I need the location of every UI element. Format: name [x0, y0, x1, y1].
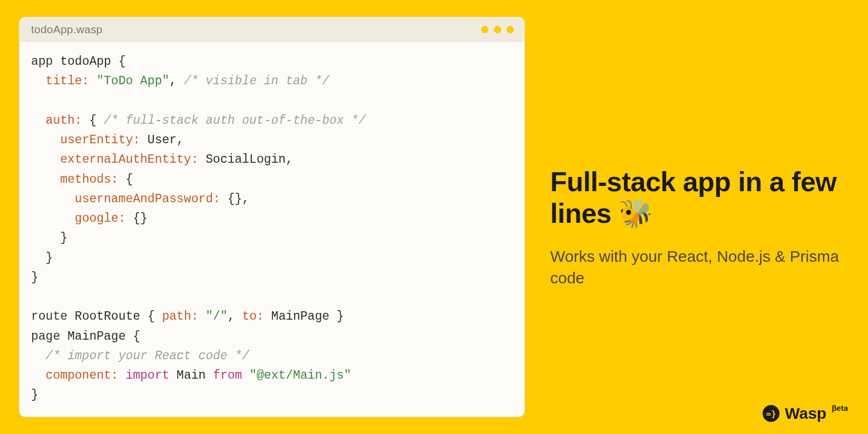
str-path: "/" [206, 310, 227, 323]
brand-name: Wasp [785, 405, 826, 422]
route-name: RootRoute [75, 310, 140, 323]
prop-component: component: [46, 369, 119, 382]
prop-auth: auth: [46, 114, 82, 127]
page-name: MainPage [67, 330, 125, 343]
brand: =} Wasp βeta [763, 405, 848, 422]
brand-badge: βeta [832, 403, 848, 412]
kw-app: app [31, 55, 53, 68]
app-name: todoApp [60, 55, 111, 68]
window-dots [481, 26, 514, 33]
prop-methods: methods: [60, 173, 118, 186]
kw-route: route [31, 310, 67, 323]
titlebar: todoApp.wasp [19, 17, 524, 42]
prop-to: to: [242, 310, 264, 323]
right-panel: Full-stack app in a few lines 🐝 Works wi… [550, 17, 849, 417]
window-dot-icon [494, 26, 501, 33]
str-title: "ToDo App" [96, 74, 169, 88]
val-sociallogin: SocialLogin [206, 153, 286, 166]
prop-usernamepassword: usernameAndPassword: [75, 192, 220, 206]
heading: Full-stack app in a few lines 🐝 [550, 166, 849, 230]
kw-import: import [125, 369, 169, 382]
str-importpath: "@ext/Main.js" [249, 369, 351, 382]
com-import: /* import your React code */ [46, 349, 249, 363]
subheading: Works with your React, Node.js & Prisma … [550, 246, 849, 289]
code-window: todoApp.wasp app todoApp { title: "ToDo … [19, 17, 525, 417]
prop-google: google: [75, 212, 126, 225]
val-user: User [148, 133, 177, 147]
prop-path: path: [162, 310, 199, 323]
kw-page: page [31, 330, 60, 343]
com-auth: /* full-stack auth out-of-the-box */ [104, 114, 366, 127]
filename: todoApp.wasp [31, 23, 103, 36]
import-main: Main [177, 369, 206, 382]
prop-userentity: userEntity: [60, 133, 140, 147]
val-mainpage: MainPage [271, 310, 329, 323]
promo-container: todoApp.wasp app todoApp { title: "ToDo … [0, 0, 868, 434]
window-dot-icon [481, 26, 489, 33]
prop-extauth: externalAuthEntity: [60, 153, 198, 166]
com-title: /* visible in tab */ [184, 74, 329, 88]
wasp-logo-icon: =} [763, 405, 779, 422]
kw-from: from [213, 369, 242, 382]
prop-title: title: [46, 74, 90, 88]
window-dot-icon [506, 26, 514, 33]
code-body: app todoApp { title: "ToDo App", /* visi… [19, 42, 524, 416]
